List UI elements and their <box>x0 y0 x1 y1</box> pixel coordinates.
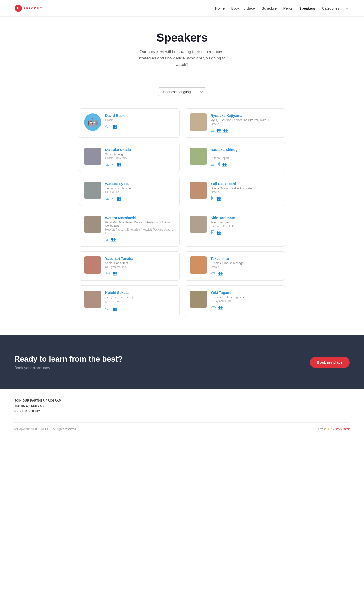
speaker-card[interactable]: Yuji Nakakoshi Oracle Groundbreaker Advo… <box>184 177 285 206</box>
speaker-name: Takashi Ito <box>211 256 280 261</box>
speaker-title: Senior Consultant <box>105 262 175 265</box>
people-icon: 👥 <box>218 305 223 310</box>
speaker-company: Everforth Co., LTD. <box>211 225 280 228</box>
speakers-section: 🤖 David Buck Oracle </>👥 Ryusuke Kajiyam… <box>74 109 290 335</box>
avatar <box>190 182 207 199</box>
speaker-title: Oracle Groundbreaker Advocate <box>211 187 280 190</box>
speaker-name: Koichi Sakata <box>105 290 175 295</box>
speaker-info: Daisuke Okada Senior Manager Oracle Univ… <box>105 148 175 167</box>
cta-book-button[interactable]: Book my place <box>310 357 350 368</box>
speaker-card[interactable]: Takashi Ito Principal Product Manager Or… <box>184 251 285 281</box>
speaker-tags: ☁🗄👥 <box>105 162 175 167</box>
footer-copyright: © Copyright 2020 APACOUC. All rights res… <box>14 427 77 431</box>
speaker-tags: 🗄👥 <box>211 230 280 235</box>
speaker-title: Technology Manager <box>105 187 175 190</box>
language-filter[interactable]: Japanese Language English <box>158 87 206 96</box>
logo[interactable]: ❄ APACOUC <box>14 4 42 12</box>
code-icon: </> <box>211 305 216 310</box>
people-icon: 👥 <box>113 307 117 311</box>
speaker-card[interactable]: Yuki Tagami Principal System Engineer UL… <box>184 286 285 316</box>
speaker-info: Yuki Tagami Principal System Engineer UL… <box>211 290 280 310</box>
people-icon: 👥 <box>113 271 117 276</box>
nav-home[interactable]: Home <box>215 6 224 10</box>
nav-categories[interactable]: Categories <box>322 6 339 10</box>
speaker-tags: </>👥 <box>211 271 280 276</box>
speaker-tags: </>👥 <box>211 305 280 310</box>
logo-icon: ❄ <box>14 4 22 12</box>
people-icon: 👥 <box>216 128 221 133</box>
speaker-company: Oracle <box>211 122 280 126</box>
footer-link[interactable]: JOIN OUR PARTNER PROGRAM <box>14 399 350 402</box>
footer-links: JOIN OUR PARTNER PROGRAMTERMS OF SERVICE… <box>14 399 350 413</box>
speaker-card[interactable]: Shin Tanimoto Java Champion Everforth Co… <box>184 211 285 247</box>
nav-perks[interactable]: Perks <box>283 6 292 10</box>
avatar <box>190 256 207 274</box>
speaker-info: Shin Tanimoto Java Champion Everforth Co… <box>211 216 280 235</box>
avatar <box>84 148 101 165</box>
speaker-info: Ryusuke Kajiyama MySQL Solution Engineer… <box>211 113 280 133</box>
speaker-name: Watabe Ryota <box>105 182 175 186</box>
speaker-title: Senior Manager <box>105 152 175 156</box>
speaker-name: Yasunari Tanaka <box>105 256 175 261</box>
speaker-tags: 🗄👥 <box>211 196 280 201</box>
speaker-name: Ryusuke Kajiyama <box>211 113 280 118</box>
speaker-name: Naotaka Shinogi <box>211 148 280 152</box>
speaker-tags: </>👥 <box>105 271 175 276</box>
avatar <box>84 290 101 308</box>
heysummit-link[interactable]: HeySummit <box>335 427 350 431</box>
database-icon: 🗄 <box>211 196 214 201</box>
speaker-card[interactable]: Ryusuke Kajiyama MySQL Solution Engineer… <box>184 109 285 138</box>
speaker-company: Hewlett Packard Enterprise / Hewlett-Pac… <box>105 228 175 235</box>
avatar <box>190 216 207 233</box>
speaker-info: Wataru Morohashi Right Mix Data Store / … <box>105 216 175 242</box>
code-icon: </> <box>105 271 111 276</box>
cta-text: Ready to learn from the best? Book your … <box>14 355 123 370</box>
nav-book[interactable]: Book my place <box>231 6 255 10</box>
cloud-icon: ☁ <box>105 196 109 201</box>
speaker-company: Nutanix Japan <box>211 156 280 160</box>
speaker-title: Principal Product Manager <box>211 262 280 265</box>
nav-schedule[interactable]: Schedule <box>262 6 277 10</box>
footer-bottom: © Copyright 2020 APACOUC. All rights res… <box>14 423 350 431</box>
speaker-info: Naotaka Shinogi SE Nutanix Japan ☁🗄👥 <box>211 148 280 167</box>
speaker-tags: ☁🗄👥 <box>211 162 280 167</box>
footer-link[interactable]: TERMS OF SERVICE <box>14 404 350 408</box>
speakers-grid: 🤖 David Buck Oracle </>👥 Ryusuke Kajiyam… <box>79 109 285 316</box>
speaker-card[interactable]: Watabe Ryota Technology Manager CO-Sol I… <box>79 177 180 206</box>
community-icon: 👥 <box>223 128 228 133</box>
speaker-tags: ☁🗄👥 <box>105 196 175 201</box>
speaker-title: MySQL Solution Engineering Director, JAP… <box>211 119 280 122</box>
speaker-name: Yuji Nakakoshi <box>211 182 280 186</box>
speaker-tags: 🗄👥 <box>105 237 175 242</box>
cloud-icon: ☁ <box>105 162 109 167</box>
code-icon: </> <box>211 271 216 276</box>
database-icon: 🗄 <box>216 162 220 167</box>
avatar <box>190 113 207 131</box>
speaker-name: Wataru Morohashi <box>105 216 175 220</box>
avatar: 🤖 <box>84 113 101 131</box>
database-icon: 🗄 <box>211 230 214 235</box>
footer-link[interactable]: PRIVACY POLICY <box>14 410 350 413</box>
footer: JOIN OUR PARTNER PROGRAMTERMS OF SERVICE… <box>0 389 364 438</box>
database-icon: 🗄 <box>111 196 115 201</box>
database-icon: 🗄 <box>105 237 109 242</box>
speaker-company: Oracle <box>105 119 175 122</box>
avatar <box>84 216 101 233</box>
code-icon: </> <box>105 307 111 311</box>
speaker-card[interactable]: Daisuke Okada Senior Manager Oracle Univ… <box>79 142 180 172</box>
speaker-card[interactable]: 🤖 David Buck Oracle </>👥 <box>79 109 180 138</box>
speaker-info: Yuji Nakakoshi Oracle Groundbreaker Advo… <box>211 182 280 201</box>
nav-links: Home Book my place Schedule Perks Speake… <box>215 6 350 11</box>
speaker-card[interactable]: Yasunari Tanaka Senior Consultant UL Sys… <box>79 251 180 281</box>
logo-text: APACOUC <box>24 6 42 10</box>
footer-powered-by: Event ⚡ by HeySummit <box>318 427 350 431</box>
speaker-card[interactable]: Wataru Morohashi Right Mix Data Store / … <box>79 211 180 247</box>
nav-more-icon[interactable]: ··· <box>346 6 350 11</box>
speaker-company: CO-Sol Inc. <box>105 191 175 194</box>
nav-speakers[interactable]: Speakers <box>299 6 315 10</box>
speaker-company: Oracle University <box>105 156 175 160</box>
speaker-name: Daisuke Okada <box>105 148 175 152</box>
speaker-card[interactable]: Koichi Sakata シニア・エキスパート NTTデータ </>👥 <box>79 286 180 316</box>
cloud-icon: ☁ <box>211 162 214 167</box>
speaker-card[interactable]: Naotaka Shinogi SE Nutanix Japan ☁🗄👥 <box>184 142 285 172</box>
